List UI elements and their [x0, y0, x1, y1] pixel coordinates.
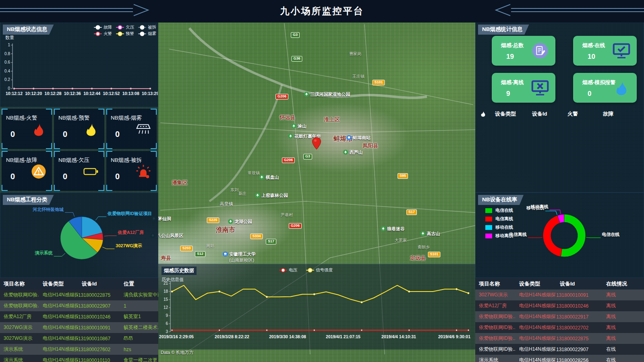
svg-text:1: 1: [8, 43, 10, 47]
table-row[interactable]: 依爱物联网ID验...电信H14N感烟探...131800022875离线: [475, 333, 644, 344]
cell-device-id: 131800010091: [556, 292, 603, 298]
table-row[interactable]: 依爱物联网ID验...电信H14N感烟探...131800022702离线: [475, 322, 644, 333]
road-badge: S17: [406, 209, 417, 215]
monitor-x-icon: [531, 79, 549, 96]
legend-item[interactable]: 欠压: [116, 25, 134, 30]
cell-device-type: 电信H14N感烟探...: [39, 335, 78, 342]
panel-project-classification-title: NB烟感工程分类: [3, 195, 54, 205]
card-smoke-offline[interactable]: 烟感-离线 9: [492, 73, 555, 103]
table-row[interactable]: 3027WG演示电信H14N感烟探...131800010091离线: [475, 290, 644, 300]
pie-slice-label: 河北怀特装饰城2个: [33, 207, 64, 213]
panel-smoke-history: 烟感历史数据 历史信息值 电压信号强度 211815129632019/3/16…: [158, 264, 475, 350]
stat-box-tamper[interactable]: NB烟感-被拆 0: [106, 151, 157, 191]
legend-item[interactable]: 被拆: [138, 25, 156, 30]
table-row[interactable]: 演示系统电信H14N感烟探...131800027602hzs: [0, 344, 158, 355]
donut-slice[interactable]: [559, 218, 564, 219]
cell-device-id: 131800022702: [556, 325, 603, 331]
cell-project-name: 依爱物联网ID验...: [475, 324, 516, 331]
cell-online-status: 在线: [603, 346, 644, 353]
table-row[interactable]: 依爱物联网ID验...电信H14N感烟探...131800022917离线: [475, 311, 644, 322]
legend-swatch: [485, 225, 492, 230]
legend-item[interactable]: 电信在线: [485, 207, 513, 213]
col-device-id: 设备Id: [532, 110, 567, 118]
map-label-poi: 上窑森林公园: [255, 192, 288, 199]
cell-online-status: 离线: [603, 324, 644, 331]
cell-location: 1: [120, 303, 158, 309]
table-row[interactable]: 3027WG演示电信H14N感烟探...131900010867昂昂: [0, 333, 158, 344]
legend-label: 欠压: [126, 25, 134, 30]
legend-marker: [138, 27, 146, 28]
legend-label: 故障: [104, 25, 112, 30]
stat-box-lowvolt[interactable]: NB烟感-欠压 0: [54, 151, 104, 191]
legend-label: 火警: [104, 31, 112, 37]
pie-slice-label: 依爱物联网ID验证项目4个: [108, 211, 152, 217]
map-label-poi: 三汊河国家湿地公园: [304, 91, 350, 97]
svg-text:10:12:28: 10:12:28: [45, 91, 62, 96]
road-badge: S334: [250, 234, 263, 239]
card-smoke-online[interactable]: 烟感-在线 10: [573, 36, 637, 66]
map-label-village: 东刘: [230, 187, 238, 193]
table-row[interactable]: 依爱物联网ID验...电信H14N感烟探...131800022907在线: [475, 344, 644, 355]
table-row[interactable]: 依爱物联网ID验...电信H14N感烟探...131800022875满负载实验…: [0, 290, 158, 300]
road-badge: G206: [275, 94, 288, 99]
road-badge: S101: [372, 80, 385, 85]
stat-box-prewarn[interactable]: NB烟感-预警 0: [54, 109, 104, 149]
legend-item[interactable]: 电信离线: [485, 216, 513, 222]
table-row[interactable]: 演示系统电信H14N感烟探...131800028256在线: [475, 355, 644, 362]
legend-marker: [116, 27, 124, 28]
svg-text:10:13:29: 10:13:29: [142, 91, 158, 96]
map-label-county: 怀远县: [280, 114, 296, 121]
stat-box-fault[interactable]: NB烟感-故障 0: [2, 151, 52, 191]
legend-swatch: [485, 208, 492, 213]
map-label-poi: 西芦山: [343, 149, 363, 155]
table-row[interactable]: 3027WG演示电信H14N感烟探...131800010091毓英楼二楼美术.…: [0, 322, 158, 333]
svg-text:2019/3/30 14:38:08: 2019/3/30 14:38:08: [269, 334, 306, 339]
svg-text:0.2: 0.2: [4, 77, 10, 82]
svg-text:10:12:20: 10:12:20: [25, 91, 42, 96]
panel-device-online-rate-title: NB设备在线率: [478, 195, 524, 205]
legend-item[interactable]: 故障: [94, 25, 112, 30]
cell-location: hzs: [120, 347, 158, 352]
legend-marker: [94, 27, 102, 28]
table-row[interactable]: 依爱A12厂房电信H14N感烟探...131800010246毓英室1: [0, 311, 158, 322]
map-label-village: 王庄镇: [352, 74, 364, 79]
table-header: 项目名称 设备类型 设备Id 位置: [0, 278, 158, 290]
donut-slice[interactable]: [561, 218, 582, 253]
header-decoration-left: [0, 3, 161, 19]
card-smoke-total[interactable]: 烟感-总数 19: [492, 36, 555, 66]
history-chart-legend[interactable]: 电压信号强度: [279, 267, 333, 273]
cell-device-id: 131800022875: [78, 292, 120, 298]
table-row[interactable]: 依爱A12厂房电信H14N感烟探...131800010246离线: [475, 300, 644, 311]
status-chart-legend[interactable]: 故障欠压被拆火警预警烟雾: [94, 25, 156, 37]
legend-item[interactable]: 烟雾: [138, 31, 156, 37]
table-row[interactable]: 依爱物联网ID验...电信H14N感烟探...1318000229071: [0, 300, 158, 311]
map-label-village: 新庄: [238, 191, 246, 197]
stat-box-smoke[interactable]: NB烟感-烟雾 0: [106, 109, 157, 149]
map-pin-marker[interactable]: [312, 137, 321, 150]
legend-label: 信号强度: [316, 267, 333, 273]
alarm-device-table-header: 设备类型 设备Id 火警 故障: [476, 108, 644, 119]
table-row[interactable]: 演示系统电信H14N感烟探...131800010110食堂一楼二次更: [0, 355, 158, 362]
legend-item[interactable]: 火警: [94, 31, 112, 37]
pie-slice-label: 依爱A12厂房1个: [118, 230, 144, 236]
svg-text:2019/4/1 21:07:15: 2019/4/1 21:07:15: [326, 334, 360, 339]
map-label-city: 淮南市: [216, 226, 235, 234]
legend-marker: [306, 270, 314, 271]
col-fire-alarm: 火警: [567, 110, 603, 118]
legend-item[interactable]: 移动在线: [485, 224, 513, 230]
svg-text:3: 3: [166, 329, 168, 334]
col-fault: 故障: [603, 110, 644, 118]
legend-item[interactable]: 预警: [116, 31, 134, 37]
legend-item[interactable]: 信号强度: [306, 267, 333, 273]
svg-text:2019/3/28 8:22:22: 2019/3/28 8:22:22: [215, 334, 249, 339]
card-smoke-sim-alarm[interactable]: 烟感-模拟报警 0: [573, 73, 637, 103]
stat-box-fire[interactable]: NB烟感-火警 0: [2, 109, 52, 149]
legend-item[interactable]: 电压: [279, 267, 297, 273]
donut-slice[interactable]: [547, 219, 561, 252]
stat-box-label: NB烟感-烟雾: [111, 114, 142, 122]
legend-dot: [281, 268, 286, 273]
legend-label: 被拆: [148, 25, 156, 30]
legend-marker: [116, 33, 124, 34]
flame-blue-icon: [613, 79, 630, 96]
map-label-village: 斋朗乡: [418, 244, 430, 250]
